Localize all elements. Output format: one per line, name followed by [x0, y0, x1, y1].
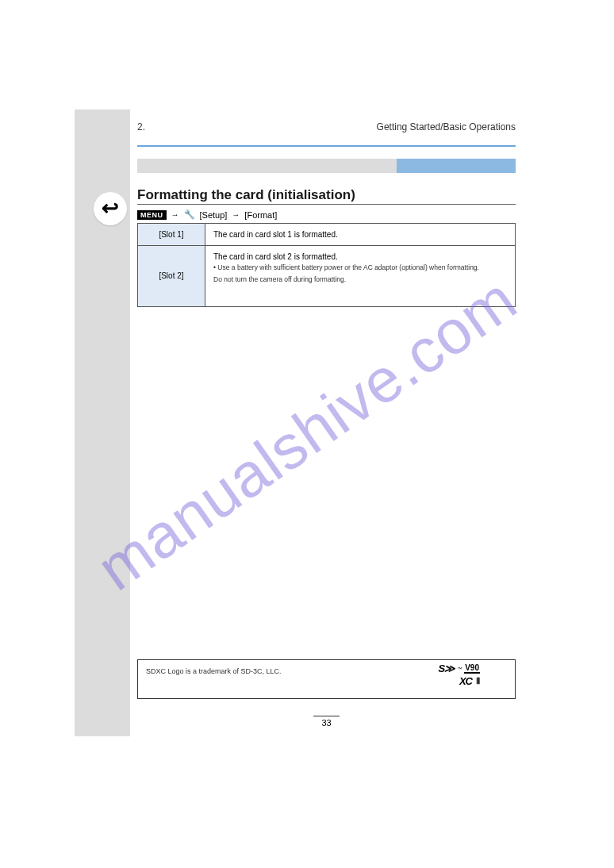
section-title: Formatting the card (initialisation): [137, 187, 355, 203]
tm-icon: ™: [457, 666, 462, 671]
row-note: • Use a battery with sufficient battery …: [213, 263, 507, 273]
xc-logo-icon: XC: [459, 675, 472, 687]
menu-path: MENU → 🔧 [Setup] → [Format]: [137, 209, 277, 220]
chapter-title: Getting Started/Basic Operations: [377, 121, 516, 133]
arrow-icon: →: [232, 210, 240, 219]
v90-badge: V90: [464, 663, 480, 674]
section-rule: [137, 204, 516, 205]
row-content: The card in card slot 2 is formatted. • …: [205, 246, 516, 307]
header-divider: [137, 145, 516, 147]
table-row: [Slot 2] The card in card slot 2 is form…: [138, 246, 516, 307]
back-arrow-icon: ↩: [102, 196, 119, 221]
row-label: [Slot 1]: [138, 224, 205, 246]
chapter-number: 2.: [137, 121, 145, 133]
tab-bar: [137, 159, 516, 173]
footnote-text: SDXC Logo is a trademark of SD-3C, LLC.: [146, 667, 282, 675]
page-number: 33: [137, 716, 516, 728]
menu-setup: [Setup]: [200, 210, 228, 220]
sd-logos: S≫™ V90 XC Ⅱ: [439, 663, 480, 687]
uhs-ii-icon: Ⅱ: [476, 676, 480, 686]
row-note: Do not turn the camera off during format…: [213, 275, 507, 285]
menu-badge: MENU: [137, 210, 167, 220]
back-button[interactable]: ↩: [94, 192, 127, 225]
menu-item: [Format]: [244, 210, 277, 220]
options-table: [Slot 1] The card in card slot 1 is form…: [137, 223, 516, 307]
row-label: [Slot 2]: [138, 246, 205, 307]
row-text: The card in card slot 2 is formatted.: [213, 252, 338, 261]
arrow-icon: →: [171, 210, 179, 219]
sd-logo-icon: S≫: [439, 663, 455, 674]
tab-active: [397, 159, 516, 173]
watermark: manualshive.com: [84, 263, 530, 605]
row-text: The card in card slot 1 is formatted.: [205, 224, 516, 246]
table-row: [Slot 1] The card in card slot 1 is form…: [138, 224, 516, 246]
wrench-icon: 🔧: [184, 209, 195, 220]
